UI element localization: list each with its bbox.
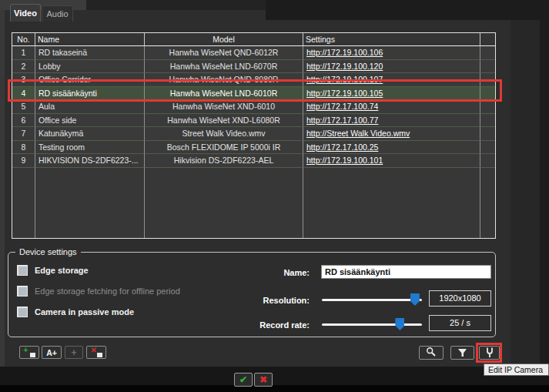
tooltip-edit-ip-camera: Edit IP Camera — [484, 364, 549, 376]
tab-video[interactable]: Video — [10, 4, 41, 22]
table-cell-model[interactable]: Hanwha WiseNet QND-8080R — [145, 73, 303, 87]
table-cell-extra — [480, 87, 495, 101]
table-cell-name[interactable]: RD takaseinä — [35, 46, 145, 60]
table-cell-name[interactable]: Office side — [35, 114, 145, 128]
record-rate-slider-handle[interactable] — [395, 318, 404, 330]
camera-table: No.NameModelSettings1RD takaseinäHanwha … — [12, 32, 496, 239]
table-cell-name[interactable]: Katunäkymä — [35, 127, 145, 141]
table-empty-area — [145, 168, 303, 239]
table-cell-name[interactable]: HIKVISION DS-2DF6223-... — [35, 154, 145, 168]
search-icon — [426, 347, 437, 359]
table-cell-name[interactable]: Testing room — [35, 141, 145, 155]
checkbox-row[interactable]: Camera in passive mode — [17, 306, 180, 318]
checkbox-row[interactable]: Edge storage fetching for offline period — [17, 285, 180, 297]
table-cell-settings: http://172.19.100.107 — [303, 73, 480, 87]
table-cell-extra — [480, 154, 495, 168]
background-shade-left — [0, 10, 5, 367]
wrench-icon — [484, 347, 495, 360]
column-header: Model — [145, 33, 303, 46]
settings-link[interactable]: http://172.17.100.25 — [306, 142, 378, 152]
checkbox-row[interactable]: Edge storage — [17, 264, 180, 276]
record-rate-value-box: 25 / s — [429, 315, 491, 331]
table-cell-name[interactable]: RD sisäänkäynti — [35, 87, 145, 101]
checkbox-label: Edge storage fetching for offline period — [35, 286, 180, 296]
search-camera-button[interactable] — [419, 346, 444, 360]
edit-ip-camera-button[interactable] — [479, 346, 500, 360]
remove-camera-button[interactable]: ✕ — [86, 346, 106, 359]
camera-name-input[interactable] — [321, 265, 491, 279]
table-cell-no[interactable]: 5 — [12, 100, 35, 114]
table-cell-name[interactable]: Aula — [35, 100, 145, 114]
table-cell-no[interactable]: 9 — [12, 154, 35, 168]
ip-camera-settings-window: Video Audio No.NameModelSettings1RD taka… — [0, 0, 549, 392]
column-header: Settings — [303, 33, 480, 46]
resolution-label: Resolution: — [216, 296, 310, 305]
resolution-slider-track[interactable] — [322, 299, 422, 301]
table-cell-no[interactable]: 3 — [12, 73, 35, 87]
table-cell-no[interactable]: 8 — [12, 141, 35, 155]
add-disabled-button[interactable]: + — [65, 346, 83, 359]
settings-link[interactable]: http://172.19.100.120 — [306, 62, 383, 71]
filter-camera-button[interactable] — [450, 346, 474, 360]
settings-link[interactable]: http://Street Walk Video.wmv — [306, 129, 410, 138]
background-bottom-strip — [0, 385, 549, 392]
checkbox[interactable] — [17, 307, 28, 317]
table-empty-area — [35, 168, 145, 239]
checkbox[interactable] — [17, 286, 28, 297]
table-cell-name[interactable]: Office Corridor — [35, 73, 145, 87]
table-cell-model[interactable]: Street Walk Video.wmv — [145, 127, 303, 141]
add-camera-button[interactable]: + — [19, 346, 39, 359]
table-cell-name[interactable]: Lobby — [35, 60, 145, 74]
record-rate-slider[interactable] — [322, 318, 422, 331]
record-rate-slider-track[interactable] — [322, 323, 422, 326]
settings-link[interactable]: http://172.19.100.101 — [306, 156, 383, 165]
record-rate-label: Record rate: — [216, 320, 310, 330]
column-header: No. — [12, 33, 35, 46]
settings-link[interactable]: http://172.19.100.106 — [306, 48, 383, 57]
tab-audio[interactable]: Audio — [42, 5, 73, 22]
column-header: Name — [35, 33, 145, 46]
table-cell-model[interactable]: Hanwha WiseNet QND-6012R — [145, 46, 303, 60]
x-icon: ✖ — [259, 374, 267, 385]
table-empty-area — [303, 168, 480, 239]
add-camera-icon: + — [24, 348, 35, 357]
table-cell-no[interactable]: 2 — [12, 60, 35, 74]
table-cell-settings: http://172.17.100.74 — [303, 100, 480, 114]
table-cell-model[interactable]: Hanwha WiseNet XND-6010 — [145, 100, 303, 114]
table-cell-no[interactable]: 7 — [12, 127, 35, 141]
resolution-slider-handle[interactable] — [410, 293, 420, 306]
background-shade-top-right — [266, 0, 549, 20]
settings-link[interactable]: http://172.19.100.105 — [306, 89, 383, 98]
table-cell-extra — [480, 46, 495, 60]
cancel-button[interactable]: ✖ — [254, 373, 273, 387]
table-cell-extra — [480, 60, 495, 74]
ok-button[interactable]: ✔ — [234, 373, 253, 387]
settings-link[interactable]: http://172.19.100.107 — [306, 75, 383, 84]
table-cell-settings: http://172.19.100.101 — [303, 154, 480, 168]
checkbox[interactable] — [17, 265, 28, 276]
resolution-slider[interactable] — [322, 293, 422, 307]
table-empty-area — [480, 168, 495, 239]
settings-link[interactable]: http://172.17.100.74 — [306, 102, 378, 111]
resolution-value-box: 1920x1080 — [429, 290, 491, 307]
add-multiple-cameras-button[interactable]: A+ — [42, 346, 62, 359]
remove-camera-icon: ✕ — [91, 348, 102, 357]
column-header — [480, 33, 495, 46]
table-cell-no[interactable]: 4 — [12, 87, 35, 101]
table-cell-model[interactable]: Hanwha WiseNet XND-L6080R — [145, 114, 303, 128]
table-cell-settings: http://172.19.100.106 — [303, 46, 480, 60]
table-cell-model[interactable]: Bosch FLEXIDOME IP 5000i IR — [145, 141, 303, 155]
name-label: Name: — [239, 268, 310, 277]
check-icon: ✔ — [239, 374, 247, 385]
table-cell-no[interactable]: 6 — [12, 114, 35, 128]
table-cell-extra — [480, 127, 495, 141]
table-cell-settings: http://172.19.100.120 — [303, 60, 480, 74]
device-settings-title: Device settings — [15, 247, 81, 256]
a-plus-icon: A+ — [46, 348, 57, 357]
checkbox-label: Camera in passive mode — [35, 307, 134, 317]
table-cell-no[interactable]: 1 — [12, 46, 35, 60]
table-cell-model[interactable]: Hanwha WiseNet LND-6070R — [145, 60, 303, 74]
settings-link[interactable]: http://172.17.100.77 — [306, 116, 378, 125]
table-cell-model[interactable]: Hikvision DS-2DF6223-AEL — [145, 154, 303, 168]
table-cell-model[interactable]: Hanwha WiseNet LND-6010R — [145, 87, 303, 101]
